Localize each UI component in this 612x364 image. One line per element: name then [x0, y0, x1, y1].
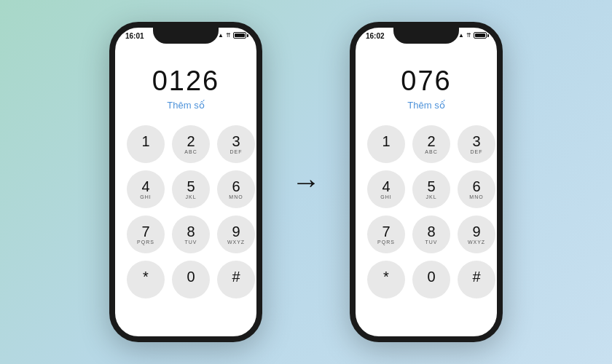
phone-right: 16:02 ▲ ⇈ 076 Thêm số 1 2 ABC	[350, 22, 503, 342]
dial-btn-2-right[interactable]: 2 ABC	[412, 125, 450, 163]
notch-left	[153, 28, 219, 44]
phone-left: 16:01 ▲ ⇈ 0126 Thêm số 1 2 ABC	[109, 22, 262, 342]
notch-right	[393, 28, 459, 44]
dial-number-left: 0126	[152, 66, 220, 97]
scene: 16:01 ▲ ⇈ 0126 Thêm số 1 2 ABC	[0, 0, 612, 364]
dial-btn-6-left[interactable]: 6 MNO	[217, 170, 255, 208]
dial-btn-3-right[interactable]: 3 DEF	[458, 125, 495, 163]
signal-icon-left: ▲	[218, 32, 224, 39]
battery-icon-right	[474, 32, 487, 39]
dial-btn-7-left[interactable]: 7 PQRS	[127, 215, 165, 253]
them-so-right[interactable]: Thêm số	[407, 100, 444, 111]
dial-btn-hash-left[interactable]: #	[217, 261, 255, 298]
dial-btn-4-left[interactable]: 4 GHI	[127, 170, 165, 208]
dial-btn-5-left[interactable]: 5 JKL	[172, 170, 210, 208]
phone-content-right: 076 Thêm số 1 2 ABC 3 DEF 4	[356, 51, 497, 336]
dialpad-right: 1 2 ABC 3 DEF 4 GHI 5 JKL	[356, 125, 497, 298]
dial-btn-star-right[interactable]: *	[367, 261, 405, 298]
wifi-icon-right: ⇈	[466, 32, 471, 39]
dial-btn-8-right[interactable]: 8 TUV	[412, 215, 450, 253]
dial-btn-5-right[interactable]: 5 JKL	[412, 170, 450, 208]
dial-btn-4-right[interactable]: 4 GHI	[367, 170, 405, 208]
them-so-left[interactable]: Thêm số	[167, 100, 204, 111]
dial-btn-hash-right[interactable]: #	[458, 261, 495, 298]
dial-btn-9-right[interactable]: 9 WXYZ	[458, 215, 495, 253]
dial-btn-2-left[interactable]: 2 ABC	[172, 125, 210, 163]
status-icons-left: ▲ ⇈	[218, 32, 246, 39]
dial-number-right: 076	[401, 66, 451, 97]
dial-btn-0-right[interactable]: 0	[412, 261, 450, 298]
dial-btn-9-left[interactable]: 9 WXYZ	[217, 215, 255, 253]
arrow-container: →	[291, 166, 321, 199]
dial-btn-1-right[interactable]: 1	[367, 125, 405, 163]
wifi-icon-left: ⇈	[226, 32, 231, 39]
signal-icon-right: ▲	[458, 32, 464, 39]
dial-btn-3-left[interactable]: 3 DEF	[217, 125, 255, 163]
dial-btn-1-left[interactable]: 1	[127, 125, 165, 163]
dial-btn-8-left[interactable]: 8 TUV	[172, 215, 210, 253]
status-icons-right: ▲ ⇈	[458, 32, 487, 39]
time-left: 16:01	[125, 32, 144, 40]
dialpad-left: 1 2 ABC 3 DEF 4 GHI 5 JKL	[115, 125, 256, 298]
dial-btn-7-right[interactable]: 7 PQRS	[367, 215, 405, 253]
dial-btn-6-right[interactable]: 6 MNO	[458, 170, 495, 208]
dial-btn-star-left[interactable]: *	[127, 261, 165, 298]
battery-icon-left	[233, 32, 246, 39]
time-right: 16:02	[366, 32, 385, 40]
phone-content-left: 0126 Thêm số 1 2 ABC 3 DEF 4	[115, 51, 256, 336]
arrow-icon: →	[291, 166, 321, 199]
dial-btn-0-left[interactable]: 0	[172, 261, 210, 298]
